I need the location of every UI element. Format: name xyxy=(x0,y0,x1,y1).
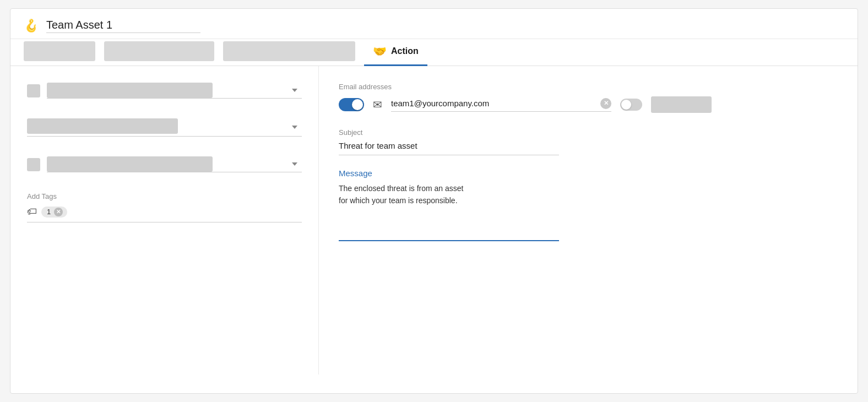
tag-icon: 🏷 xyxy=(27,206,37,218)
subject-label: Subject xyxy=(339,128,838,137)
tab-placeholder-1[interactable] xyxy=(24,41,95,61)
select-bar-1 xyxy=(47,83,213,98)
select-full-2 xyxy=(27,118,302,137)
main-window: 🪝 Team Asset 1 🤝 Action xyxy=(10,8,858,394)
tags-label: Add Tags xyxy=(27,192,302,200)
message-bottom-line xyxy=(339,240,559,241)
title-underline xyxy=(46,32,200,33)
dropdown-arrow-3 xyxy=(292,162,297,166)
form-row-1 xyxy=(27,83,302,99)
action-tab-label: Action xyxy=(391,46,419,56)
email-toggle[interactable] xyxy=(339,98,364,111)
select-bar-2 xyxy=(27,118,178,134)
tab-action[interactable]: 🤝 Action xyxy=(364,39,427,66)
tag-chip-value: 1 xyxy=(47,208,51,216)
action-tab-icon: 🤝 xyxy=(373,45,387,58)
tab-placeholder-2[interactable] xyxy=(104,41,214,61)
secondary-button[interactable] xyxy=(651,96,712,113)
message-label: Message xyxy=(339,169,838,178)
mail-icon: ✉ xyxy=(373,98,382,111)
right-panel: Email addresses ✉ team1@yourcompany.com … xyxy=(319,66,858,374)
select-wrapper-1 xyxy=(47,83,302,99)
checkbox-1[interactable] xyxy=(27,84,40,97)
email-label: Email addresses xyxy=(339,83,838,91)
secondary-toggle-knob xyxy=(621,100,631,110)
header-content: Team Asset 1 xyxy=(46,19,200,33)
page-title: Team Asset 1 xyxy=(46,19,200,31)
tags-row: 🏷 1 ✕ xyxy=(27,206,302,222)
toggle-knob xyxy=(352,99,363,110)
select-wrapper-3 xyxy=(47,156,302,172)
select-bar-3 xyxy=(47,156,213,172)
message-text: The enclosed threat is from an assetfor … xyxy=(339,182,548,207)
tabs-bar: 🤝 Action xyxy=(10,39,858,66)
dropdown-arrow-2 xyxy=(292,126,297,129)
tags-section: Add Tags 🏷 1 ✕ xyxy=(27,192,302,222)
checkbox-3[interactable] xyxy=(27,158,40,171)
form-row-2 xyxy=(27,118,302,137)
left-panel: Add Tags 🏷 1 ✕ xyxy=(10,66,319,374)
form-row-3 xyxy=(27,156,302,172)
email-input-wrapper: team1@yourcompany.com ✕ xyxy=(391,98,611,112)
header: 🪝 Team Asset 1 xyxy=(10,9,858,39)
message-section: Message The enclosed threat is from an a… xyxy=(339,169,838,207)
tag-chip-close-1[interactable]: ✕ xyxy=(54,208,63,216)
email-row: ✉ team1@yourcompany.com ✕ xyxy=(339,96,838,113)
email-clear-button[interactable]: ✕ xyxy=(600,98,611,109)
tag-chip-1: 1 ✕ xyxy=(41,207,67,218)
hook-icon: 🪝 xyxy=(24,20,39,32)
email-value[interactable]: team1@yourcompany.com xyxy=(391,99,597,108)
secondary-toggle[interactable] xyxy=(620,99,642,111)
dropdown-arrow-1 xyxy=(292,89,297,92)
tab-placeholder-3[interactable] xyxy=(223,41,355,61)
main-content: Add Tags 🏷 1 ✕ Email addresses xyxy=(10,66,858,374)
email-section: Email addresses ✉ team1@yourcompany.com … xyxy=(339,83,838,113)
subject-section: Subject Threat for team asset xyxy=(339,128,838,155)
subject-value[interactable]: Threat for team asset xyxy=(339,141,559,155)
